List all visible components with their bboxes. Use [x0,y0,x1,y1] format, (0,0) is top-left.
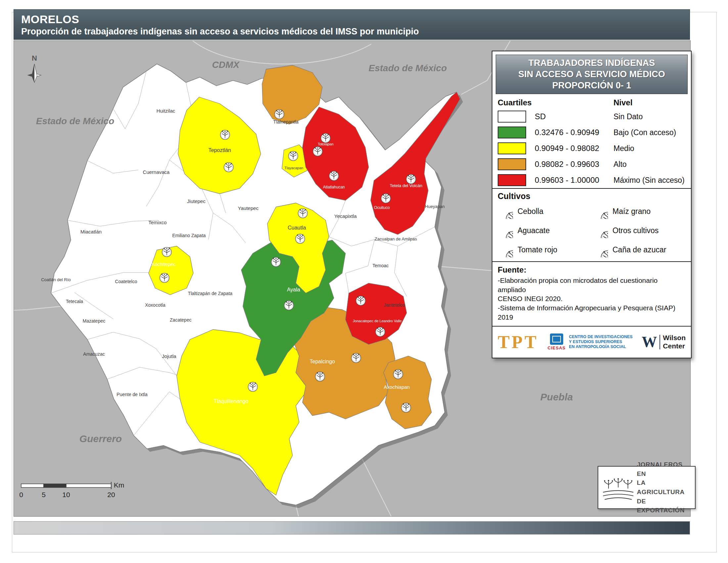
legend-class-headers: Cuartiles Nivel [492,97,691,109]
legend-title-line1: TRABAJADORES INDÍGENAS [497,58,686,69]
page-title: MORELOS [21,13,690,26]
cebolla-icon [498,204,513,219]
municipality-label-jiutepec: Jiutepec [187,198,205,204]
neighbor-label-cdmx: CDMX [212,60,240,70]
fuente-line: CENSO INEGI 2020. [498,294,686,304]
legend-cultivos: Cultivos Cebolla Maíz grano Aguacate [492,188,691,261]
crop-icon-tomate-rojo [376,327,385,337]
legend-title: TRABAJADORES INDÍGENAS SIN ACCESO A SERV… [496,55,688,94]
ciesas-name: CIESAS [548,346,566,351]
municipality-label-tepoztlan: Tepoztlán [208,147,231,153]
scale-tick-20: 20 [107,491,115,498]
class-level: Medio [614,144,686,153]
class-level: Sin Dato [614,112,686,121]
neighbor-label-edomex-west: Estado de México [36,116,114,126]
legend-fuente: Fuente: -Elaboración propia con microdat… [492,261,691,326]
municipality-label-huitzilac: Huitzilac [157,108,175,114]
class-level: Alto [614,160,686,169]
class-range: 0.98082 - 0.99603 [535,160,614,169]
municipality-label-yautepec: Yautepec [238,205,259,211]
sprouts-field-icon [602,470,635,505]
cultivo-label: Otros cultivos [613,226,659,235]
footer-gradient-strip [14,521,690,535]
crop-icon-aguacate [313,147,322,156]
ciesas-logo: CIESAS CENTRO DE INVESTIGACIONES Y ESTUD… [548,334,633,351]
cultivos-header: Cultivos [498,191,686,201]
crop-icon-otros-cultivos [248,382,257,392]
map-header: MORELOS Proporción de trabajadores indíg… [14,9,690,40]
north-label: N [32,54,37,62]
municipality-label-puente_de_ixtla: Puente de Ixtla [116,392,148,397]
scale-tick-0: 0 [19,491,23,498]
crop-icon-ca-a-de-azucar [160,273,169,283]
ciesas-icon [550,334,563,345]
crop-icon-aguacate [296,234,305,243]
legend-class-row: 0.98082 - 0.99603 Alto [492,156,691,172]
maiz-grano-icon [593,204,608,219]
municipality-label-tlaquiltenango: Tlaquiltenango [214,399,249,404]
fuente-line: -Sistema de Información Agropecuaria y P… [498,304,686,322]
wilson-divider [660,335,660,350]
nivel-header: Nivel [614,98,686,107]
municipality-label-jonacatepec: Jonacatepec de Leandro Valle [353,319,402,323]
cultivo-label: Caña de azucar [613,245,666,254]
crop-icon-aguacate [224,163,233,172]
crop-icon-tomate-rojo [321,133,330,143]
class-range: 0.99603 - 1.00000 [535,175,614,185]
legend-title-line2: SIN ACCESO A SERVICIO MÉDICO [497,69,686,80]
municipality-label-xochitepec: Xochitepec [151,261,176,267]
crop-icon-aguacate [271,257,281,266]
municipality-label-tepalcingo: Tepalcingo [310,359,335,364]
crop-icon-ca-a-de-azucar [393,370,403,379]
legend-class-row: 0.99603 - 1.00000 Máximo (Sin acceso) [492,172,691,188]
municipality-label-axochiapan: Axochiapan [384,384,410,390]
crop-icon-otros-cultivos [356,296,365,305]
cultivo-item: Maíz grano [593,204,686,219]
class-range: SD [535,112,614,121]
legend-panel: TRABAJADORES INDÍGENAS SIN ACCESO A SERV… [492,51,692,358]
crop-icon-otros-cultivos [162,247,171,257]
municipality-label-zacatepec: Zacatepec [170,317,191,323]
crop-icon-otros-cultivos [329,171,339,180]
swatch-alto [498,158,526,170]
legend-title-line3: PROPORCIÓN 0- 1 [497,80,686,91]
municipality-label-cuautla: Cuautla [288,225,306,230]
cultivo-item: Cebolla [498,204,591,219]
municipality-label-ayala: Ayala [287,287,300,293]
crop-icon-aguacate [381,194,390,203]
class-level: Máximo (Sin acceso) [614,176,686,185]
municipality-label-tlaltizapan: Tlaltizapán de Zapata [188,291,233,296]
content: MORELOS Proporción de trabajadores indíg… [14,9,690,535]
aguacate-icon [498,223,513,238]
cultivo-item: Otros cultivos [593,223,686,238]
municipality-label-hueyapan: Hueyapan [425,204,444,209]
legend-class-row: SD Sin Dato [492,109,691,124]
swatch-sin-dato [498,111,526,122]
ciesas-text: CENTRO DE INVESTIGACIONES Y ESTUDIOS SUP… [569,335,632,350]
tpt-logo: TPT [498,333,538,351]
swatch-bajo [498,126,526,138]
municipality-label-temixco: Temixco [148,219,166,225]
wilson-text: Wilson Center [663,334,686,350]
municipality-label-cuernavaca: Cuernavaca [143,169,170,175]
cultivo-label: Cebolla [518,207,543,216]
cultivo-item: Aguacate [498,223,591,238]
class-range: 0.32476 - 0.90949 [535,128,614,137]
tomate-rojo-icon [498,242,513,257]
municipality-label-amacuzac: Amacuzac [83,352,105,357]
municipality-label-mazatepec: Mazatepec [83,318,105,324]
municipality-label-ocuituco: Ocuituco [374,205,390,210]
crop-icon-cebolla [298,209,307,218]
crop-icon-otros-cultivos [351,353,361,363]
neighbor-label-puebla: Puebla [540,392,573,402]
cultivos-grid: Cebolla Maíz grano Aguacate Otros c [498,204,686,257]
north-arrow: N [28,54,41,82]
jornaleros-text: JORNALEROS EN LA AGRICULTURA DE EXPORTAC… [637,460,692,515]
municipality-label-jojutla: Jojutla [162,353,176,359]
scale-tick-10: 10 [62,491,70,498]
legend-class-row: 0.90949 - 0.98082 Medio [492,140,691,156]
map-panel: TlaquiltenangoTepalcingoAxochiapanJonaca… [14,40,691,517]
cana-de-azucar-icon [593,242,608,257]
municipality-label-coatlan_del_rio: Coatlán del Río [41,277,71,282]
cultivo-label: Maíz grano [613,207,651,216]
